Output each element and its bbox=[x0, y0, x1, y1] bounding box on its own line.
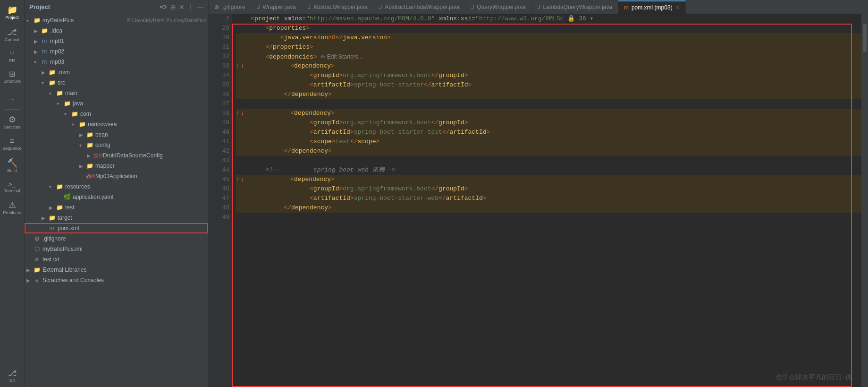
sidebar-item-sequence[interactable]: ≡ Sequence bbox=[0, 134, 24, 155]
tree-item-java[interactable]: ▾ 📁 java bbox=[25, 98, 208, 109]
tree-item-src[interactable]: ▾ 📁 src bbox=[25, 77, 208, 88]
druid-icon: @© bbox=[93, 152, 101, 159]
appyaml-icon: 🌿 bbox=[63, 193, 71, 201]
tree-item-mapper[interactable]: ▶ 📁 mapper bbox=[25, 161, 208, 171]
tree-item-root[interactable]: ▾ 📁 myBatisPlus E:\Java\MyBatis-Plus\myB… bbox=[25, 15, 208, 26]
sidebar-item-structure[interactable]: ⊞ Structure bbox=[0, 67, 24, 88]
tree-item-pomxml[interactable]: ▶ m pom.xml bbox=[25, 223, 208, 233]
editor-main: 2 29 30 31 32 33 34 35 36 37 38 39 40 41… bbox=[209, 14, 868, 387]
edit-starters-btn[interactable]: ✏ Edit Starters... bbox=[320, 53, 362, 60]
sidebar-item-problems[interactable]: ⚠ Problems bbox=[0, 197, 24, 219]
code-line-42: </dependency> bbox=[236, 146, 861, 156]
tab-wrapper-label: Wrapper.java bbox=[262, 4, 295, 10]
marker-45-down: ↓ bbox=[241, 175, 244, 184]
sidebar-item-services[interactable]: ⚙ Services bbox=[0, 112, 24, 134]
tree-item-config[interactable]: ▾ 📁 config bbox=[25, 140, 208, 150]
src-name: src bbox=[58, 79, 206, 86]
tree-item-mp01[interactable]: ▶ m mp01 bbox=[25, 36, 208, 46]
scrollbar-thumb[interactable] bbox=[863, 24, 867, 52]
mp03-arrow: ▾ bbox=[34, 60, 41, 65]
code-editor[interactable]: <project xmlns="http://maven.apache.org/… bbox=[232, 14, 861, 387]
mvn-arrow: ▶ bbox=[42, 70, 48, 75]
rainbowsea-icon: 📁 bbox=[78, 120, 86, 128]
sidebar-git-label: Git bbox=[9, 378, 15, 383]
tab-abstractlambda-icon: J bbox=[379, 4, 382, 10]
tab-abstractlambda[interactable]: J AbstractLambdaWrapper.java bbox=[373, 0, 465, 14]
tree-item-mvn[interactable]: ▶ 📁 .mvn bbox=[25, 67, 208, 77]
idea-name: .idea bbox=[50, 27, 206, 34]
marker-33-up: ↑ bbox=[236, 61, 240, 71]
tab-abstractwrapper[interactable]: J AbstractWrapper.java bbox=[302, 0, 374, 14]
linenum-44: 44 bbox=[211, 165, 229, 175]
panel-sync-icon[interactable]: ⟳ bbox=[162, 3, 168, 11]
tree-item-test[interactable]: ▶ 📁 test bbox=[25, 202, 208, 213]
services-icon: ⚙ bbox=[8, 115, 16, 124]
tab-querywrapper-label: QueryWrapper.java bbox=[477, 4, 525, 10]
tab-abstractwrapper-icon: J bbox=[308, 4, 311, 10]
panel-minimize-icon[interactable]: — bbox=[197, 3, 203, 11]
iml-name: myBatisPlus.iml bbox=[42, 246, 206, 252]
build-icon: 🔨 bbox=[7, 159, 17, 167]
sidebar-item-terminal[interactable]: >_ Terminal bbox=[0, 177, 24, 198]
sidebar-item-git[interactable]: ⎇ Git bbox=[0, 366, 24, 387]
tab-gitignore-label: .gitignore bbox=[222, 4, 245, 10]
tab-lambdaquery[interactable]: J LambdaQueryWrapper.java bbox=[531, 0, 618, 14]
tree-item-rainbowsea[interactable]: ▾ 📁 rainbowsea bbox=[25, 119, 208, 129]
mvn-name: .mvn bbox=[58, 69, 206, 76]
tab-pomxml-close[interactable]: ✕ bbox=[675, 5, 680, 11]
tree-item-appyaml[interactable]: ▶ 🌿 application.yaml bbox=[25, 192, 208, 202]
tree-item-com[interactable]: ▾ 📁 com bbox=[25, 109, 208, 119]
tab-gitignore[interactable]: ⊘ .gitignore bbox=[209, 0, 251, 14]
tree-item-bean[interactable]: ▶ 📁 bean bbox=[25, 129, 208, 140]
editor-scrollbar[interactable] bbox=[861, 14, 868, 387]
sidebar-pr-label: PR bbox=[9, 58, 15, 63]
sidebar-sequence-label: Sequence bbox=[2, 146, 22, 151]
panel-settings-icon[interactable]: ⋮ bbox=[187, 3, 194, 11]
mp02-icon: m bbox=[41, 48, 48, 55]
druid-name: DruidDataSourceConfig bbox=[103, 152, 206, 159]
sidebar-item-build[interactable]: 🔨 Build bbox=[0, 155, 24, 177]
code-line-36: </dependency> bbox=[236, 90, 861, 99]
sidebar-icon-panel: 📁 Project ⎇ Commit ⑂ PR ⊞ Structure ··· … bbox=[0, 0, 25, 387]
panel-close-icon[interactable]: ✕ bbox=[179, 3, 185, 11]
tree-item-testtxt[interactable]: ▶ ≡ test.txt bbox=[25, 254, 208, 265]
line-numbers: 2 29 30 31 32 33 34 35 36 37 38 39 40 41… bbox=[209, 14, 232, 387]
sidebar-item-pr[interactable]: ⑂ PR bbox=[0, 46, 24, 67]
linenum-45: 45 bbox=[211, 175, 229, 184]
tree-item-iml[interactable]: ▶ ⬡ myBatisPlus.iml bbox=[25, 244, 208, 254]
tab-abstractlambda-label: AbstractLambdaWrapper.java bbox=[385, 4, 459, 10]
tree-item-main[interactable]: ▾ 📁 main bbox=[25, 88, 208, 98]
tree-item-scratches[interactable]: ▶ ≡ Scratches and Consoles bbox=[25, 275, 208, 285]
sidebar-commit-label: Commit bbox=[5, 37, 19, 43]
extlibs-icon: 📁 bbox=[33, 266, 41, 274]
panel-collapse-icon[interactable]: ⊖ bbox=[170, 3, 176, 11]
code-line-30: <java.version>8</java.version> bbox=[236, 33, 861, 43]
tree-item-mp03app[interactable]: ▶ @© Mp03Application bbox=[25, 171, 208, 181]
sidebar-item-more[interactable]: ··· bbox=[0, 92, 24, 107]
java-name: java bbox=[73, 100, 206, 107]
tree-item-mp02[interactable]: ▶ m mp02 bbox=[25, 46, 208, 57]
target-icon: 📁 bbox=[48, 214, 56, 222]
code-line-32: <dependencies> ✏ Edit Starters... bbox=[236, 52, 861, 61]
tree-item-gitignore[interactable]: ▶ ⊘ .gitignore bbox=[25, 233, 208, 244]
tree-item-mp03[interactable]: ▾ m mp03 bbox=[25, 57, 208, 67]
tab-querywrapper-icon: J bbox=[471, 4, 474, 10]
tab-lambdaquery-icon: J bbox=[537, 4, 540, 10]
rainbowsea-name: rainbowsea bbox=[88, 121, 206, 128]
tree-item-idea[interactable]: ▶ 📁 .idea bbox=[25, 26, 208, 36]
scratches-name: Scratches and Consoles bbox=[42, 277, 206, 284]
tree-item-resources[interactable]: ▾ 📁 resources bbox=[25, 181, 208, 192]
tree-item-target[interactable]: ▶ 📁 target bbox=[25, 213, 208, 223]
sidebar-item-project[interactable]: 📁 Project bbox=[0, 2, 24, 24]
tab-querywrapper[interactable]: J QueryWrapper.java bbox=[465, 0, 531, 14]
main-icon: 📁 bbox=[56, 89, 63, 97]
panel-title: Project bbox=[29, 3, 158, 10]
tree-item-druid[interactable]: ▶ @© DruidDataSourceConfig bbox=[25, 150, 208, 161]
tab-wrapper[interactable]: J Wrapper.java bbox=[251, 0, 302, 14]
root-arrow: ▾ bbox=[26, 18, 33, 23]
tree-item-extlibs[interactable]: ▶ 📁 External Libraries bbox=[25, 265, 208, 275]
com-name: com bbox=[80, 111, 206, 117]
sidebar-item-commit[interactable]: ⎇ Commit bbox=[0, 24, 24, 46]
tab-pomxml[interactable]: m pom.xml (mp03) ✕ bbox=[618, 0, 686, 14]
project-panel: Project ▾ ⟳ ⊖ ✕ ⋮ — ▾ 📁 myBatisPlus E:\J… bbox=[25, 0, 209, 387]
